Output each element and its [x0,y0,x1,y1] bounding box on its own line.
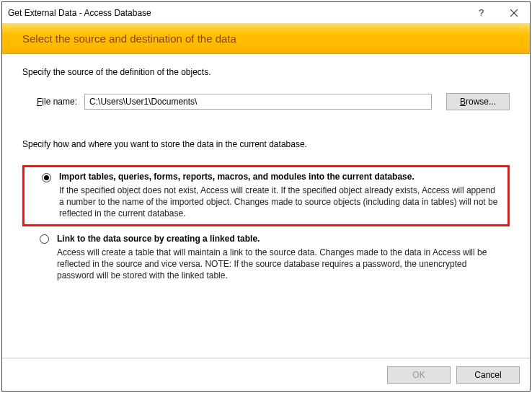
cancel-button[interactable]: Cancel [456,366,520,384]
titlebar: Get External Data - Access Database ? [2,2,530,24]
source-label: Specify the source of the definition of … [22,67,510,77]
help-button[interactable]: ? [465,2,497,24]
close-button[interactable] [497,2,530,24]
footer: OK Cancel [2,358,530,391]
banner: Select the source and destination of the… [2,24,530,54]
window-title: Get External Data - Access Database [8,8,465,18]
dialog-window: Get External Data - Access Database ? Se… [1,1,531,392]
ok-button[interactable]: OK [387,366,451,384]
banner-heading: Select the source and destination of the… [22,32,236,45]
radio-import[interactable] [42,173,51,182]
option-import[interactable]: Import tables, queries, forms, reports, … [22,165,510,226]
file-name-input[interactable] [84,94,432,110]
option-link-desc: Access will create a table that will mai… [57,247,504,282]
file-row: File name: Browse... [22,93,510,110]
option-import-title: Import tables, queries, forms, reports, … [59,172,502,182]
content-area: Specify the source of the definition of … [2,54,530,358]
option-link[interactable]: Link to the data source by creating a li… [22,229,510,286]
file-name-label: File name: [37,97,77,107]
radio-link[interactable] [40,234,49,244]
store-label: Specify how and where you want to store … [22,139,510,149]
option-import-desc: If the specified object does not exist, … [59,185,502,220]
browse-button[interactable]: Browse... [446,93,510,110]
option-link-title: Link to the data source by creating a li… [57,234,504,244]
close-icon [510,9,518,17]
